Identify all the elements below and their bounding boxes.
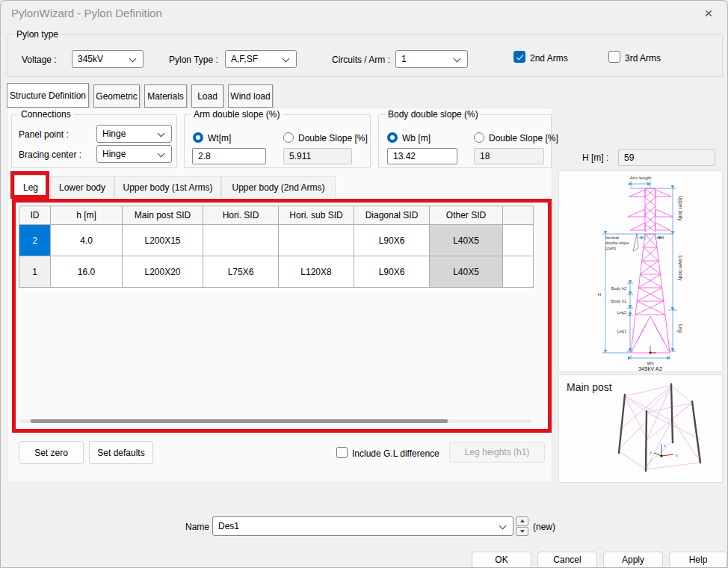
arms3-label: 3rd Arms xyxy=(625,53,661,64)
cancel-button[interactable]: Cancel xyxy=(537,552,597,568)
set-defaults-button[interactable]: Set defaults xyxy=(89,441,153,464)
window-title: PylonWizard - Pylon Definition xyxy=(11,7,162,19)
grid-cell[interactable] xyxy=(203,225,279,256)
wt-dim-label: Wt xyxy=(658,235,664,240)
subtab-upper-body-1[interactable]: Upper body (1st Arms) xyxy=(114,176,221,198)
grid-col-header: Main post SID xyxy=(123,206,203,225)
main-post-title: Main post xyxy=(567,381,612,393)
bracing-center-label: Bracing center : xyxy=(19,149,81,160)
apply-button[interactable]: Apply xyxy=(603,552,663,568)
grid-cell[interactable] xyxy=(503,225,534,256)
upper-body-label: Upper body xyxy=(677,196,683,221)
dimension-lines xyxy=(602,181,677,359)
body-h1-label: Body h1 xyxy=(611,299,626,303)
arm-double-slope-input: 5.911 xyxy=(283,148,352,164)
panel-point-value: Hinge xyxy=(102,129,155,139)
table-header-row: ID h [m] Main post SID Hori. SID Hori. s… xyxy=(19,206,534,225)
grid-cell[interactable]: L200X15 xyxy=(123,225,203,256)
circuits-select[interactable]: 1 xyxy=(395,50,468,68)
leg-section-table: ID h [m] Main post SID Hori. SID Hori. s… xyxy=(19,206,534,288)
set-zero-button[interactable]: Set zero xyxy=(19,441,84,464)
grid-cell[interactable]: L120X8 xyxy=(279,256,354,288)
arms3-checkbox[interactable] xyxy=(608,51,620,63)
wt-value: 2.8 xyxy=(198,151,211,161)
grid-col-header xyxy=(503,206,534,225)
tab-load[interactable]: Load xyxy=(191,84,223,108)
panel-point-label: Panel point : xyxy=(19,129,69,140)
help-button[interactable]: Help xyxy=(669,552,727,568)
pylon-type-label: Pylon Type : xyxy=(169,55,218,65)
grid-cell[interactable] xyxy=(503,256,534,288)
axis-triad-icon: z x y xyxy=(650,443,678,457)
subtab-leg[interactable]: Leg xyxy=(14,175,47,199)
grid-cell[interactable]: L40X5 xyxy=(430,256,503,288)
name-status: (new) xyxy=(533,522,555,532)
body-h2-label: Body h2 xyxy=(611,286,626,291)
tab-wind-load[interactable]: Wind load xyxy=(228,84,273,108)
voltage-value: 345kV xyxy=(78,54,126,64)
grid-cell[interactable]: L90X6 xyxy=(354,256,430,288)
include-gl-checkbox[interactable] xyxy=(336,447,348,458)
axis-y-label: y xyxy=(650,450,652,454)
grid-cell-id[interactable]: 1 xyxy=(19,256,51,288)
spinner-up-button[interactable] xyxy=(516,516,528,526)
wb-radio[interactable] xyxy=(387,132,398,143)
grid-cell[interactable]: 4.0 xyxy=(51,225,123,256)
chevron-down-icon xyxy=(454,55,462,63)
leg1-label: Leg1 xyxy=(617,329,626,333)
panel-point-select[interactable]: Hinge xyxy=(96,125,172,143)
table-row: 2 4.0 L200X15 L90X6 L40X5 xyxy=(19,225,534,256)
tab-structure-definition[interactable]: Structure Definition xyxy=(7,83,89,108)
arm-double-slope-radio[interactable] xyxy=(283,132,294,143)
body-double-slope-group-label: Body double slope (%) xyxy=(385,109,481,120)
grid-cell[interactable]: L200X20 xyxy=(123,256,203,288)
tab-geometric[interactable]: Geometric xyxy=(93,84,140,108)
slope-note-line2: double slope xyxy=(605,241,629,245)
leg2-label: Leg2 xyxy=(617,310,626,315)
spinner-down-button[interactable] xyxy=(516,527,528,537)
subtab-upper-body-2[interactable]: Upper body (2nd Arms) xyxy=(221,176,336,198)
axis-z-label: z xyxy=(664,443,666,448)
pylon-diagram-panel: Arm length Upper body Wt Vertical double… xyxy=(558,170,723,372)
body-double-slope-input: 18 xyxy=(474,148,544,164)
grid-cell-id[interactable]: 2 xyxy=(19,225,51,256)
grid-cell[interactable]: L90X6 xyxy=(354,225,430,256)
arms2-checkbox[interactable] xyxy=(513,51,525,63)
leg-heights-button: Leg heights (h1) xyxy=(449,442,545,463)
ok-button[interactable]: OK xyxy=(472,552,531,568)
grid-cell[interactable]: L40X5 xyxy=(430,225,503,256)
wb-input[interactable]: 13.42 xyxy=(387,148,457,164)
grid-col-header: Diagonal SID xyxy=(354,206,430,225)
circuits-label: Circuits / Arm : xyxy=(332,55,390,65)
wt-radio[interactable] xyxy=(193,132,203,143)
grid-col-header: ID xyxy=(19,206,51,225)
connections-group-label: Connections xyxy=(18,109,74,120)
table-row: 1 16.0 L200X20 L75X6 L120X8 L90X6 L40X5 xyxy=(19,256,534,288)
arms2-label: 2nd Arms xyxy=(530,53,568,64)
subtab-lower-body[interactable]: Lower body xyxy=(50,176,114,198)
grid-col-header: Hori. sub SID xyxy=(279,206,354,225)
voltage-select[interactable]: 345kV xyxy=(72,50,144,68)
leg-dim-label: Leg xyxy=(677,324,683,333)
table-hscrollbar-thumb[interactable] xyxy=(31,419,448,423)
body-double-slope-value: 18 xyxy=(480,151,490,161)
grid-cell[interactable] xyxy=(279,225,354,256)
close-icon[interactable]: × xyxy=(699,4,718,23)
main-post-panel: Main post xyxy=(558,374,723,483)
tower-lattice xyxy=(628,188,673,353)
wt-input[interactable]: 2.8 xyxy=(192,148,266,164)
slope-note-line3: (2a/b) xyxy=(605,246,617,250)
h-total-value: 59 xyxy=(624,152,634,163)
lower-body-label: Lower body xyxy=(677,256,683,281)
body-double-slope-radio[interactable] xyxy=(474,132,484,143)
pylon-type-select[interactable]: A,F,SF xyxy=(225,50,297,68)
grid-cell[interactable]: 16.0 xyxy=(51,256,123,288)
arm-length-label: Arm length xyxy=(629,176,651,180)
tab-materials[interactable]: Materials xyxy=(144,84,187,108)
grid-cell[interactable]: L75X6 xyxy=(203,256,279,288)
grid-col-header: h [m] xyxy=(51,206,123,225)
main-posts xyxy=(619,384,700,471)
name-combo[interactable]: Des1 xyxy=(212,516,513,536)
bracing-center-select[interactable]: Hinge xyxy=(96,145,172,163)
slope-note-line1: Vertical xyxy=(605,235,619,240)
